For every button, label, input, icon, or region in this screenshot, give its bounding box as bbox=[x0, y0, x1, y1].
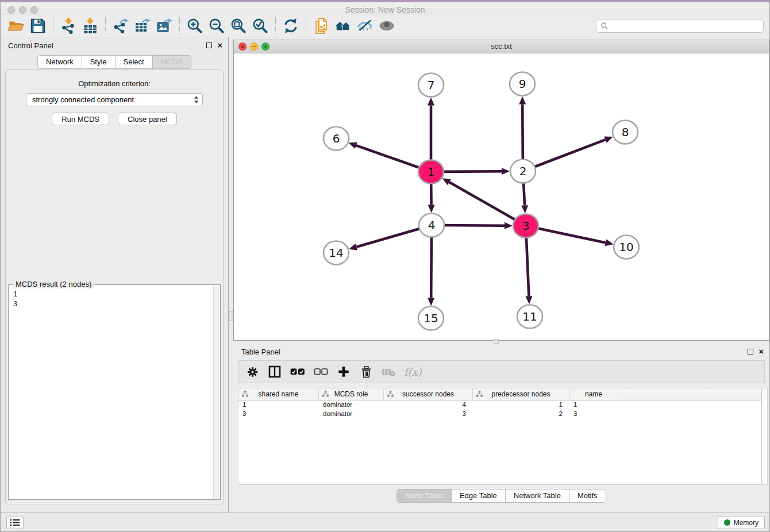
zoom-selected-button[interactable] bbox=[249, 16, 271, 36]
table-cell[interactable]: dominator bbox=[319, 401, 384, 408]
select-all-checkboxes-button[interactable] bbox=[290, 364, 305, 379]
graph-node-2[interactable]: 2 bbox=[510, 160, 536, 183]
run-mcds-button[interactable]: Run MCDS bbox=[52, 113, 109, 125]
table-tabs: Node TableEdge TableNetwork TableMotifs bbox=[233, 489, 769, 503]
open-session-button[interactable] bbox=[5, 16, 27, 36]
optimization-criterion-value: strongly connected component bbox=[32, 95, 134, 104]
graph-node-15[interactable]: 15 bbox=[418, 307, 444, 330]
column-header-MCDS-role[interactable]: MCDS role bbox=[319, 388, 384, 400]
tab-select[interactable]: Select bbox=[116, 55, 153, 69]
export-table-button[interactable] bbox=[132, 16, 153, 36]
open-session-icon bbox=[8, 18, 24, 34]
mcds-result-scrollbar[interactable] bbox=[213, 286, 220, 499]
network-window-titlebar[interactable]: × − + scc.txt bbox=[234, 40, 769, 53]
split-panel-icon bbox=[268, 365, 281, 378]
import-network-icon bbox=[60, 18, 76, 34]
graph-node-4[interactable]: 4 bbox=[419, 214, 444, 237]
zoom-in-button[interactable] bbox=[184, 16, 206, 36]
table-cell[interactable]: 1 bbox=[238, 401, 319, 408]
graph-node-8[interactable]: 8 bbox=[613, 121, 638, 144]
hide-details-button[interactable] bbox=[354, 16, 376, 36]
table-cell[interactable]: 2 bbox=[473, 410, 569, 417]
vertical-split-handle[interactable] bbox=[229, 311, 233, 321]
network-canvas[interactable]: 7968124314101511 bbox=[234, 53, 769, 340]
table-tab-network-table[interactable]: Network Table bbox=[506, 489, 569, 503]
zoom-selected-icon bbox=[252, 18, 268, 34]
horizontal-split-handle[interactable] bbox=[494, 339, 499, 344]
table-tab-motifs[interactable]: Motifs bbox=[569, 489, 606, 503]
save-session-button[interactable] bbox=[27, 16, 49, 36]
home-button[interactable] bbox=[332, 16, 354, 36]
table-cell[interactable]: 4 bbox=[384, 401, 473, 408]
node-table: shared nameMCDS rolesuccessor nodesprede… bbox=[238, 388, 761, 485]
table-cell[interactable]: 3 bbox=[238, 410, 319, 417]
svg-text:7: 7 bbox=[428, 78, 435, 92]
show-details-button[interactable] bbox=[376, 16, 398, 36]
graph-node-11[interactable]: 11 bbox=[517, 305, 542, 329]
import-table-button[interactable] bbox=[79, 16, 101, 36]
search-input[interactable] bbox=[611, 22, 759, 30]
graph-node-9[interactable]: 9 bbox=[510, 72, 535, 96]
graph-node-3[interactable]: 3 bbox=[513, 214, 538, 238]
toolbar-separator bbox=[275, 17, 276, 34]
table-options-gear-icon bbox=[247, 366, 259, 378]
memory-button[interactable]: Memory bbox=[718, 516, 765, 529]
export-network-button[interactable] bbox=[110, 16, 132, 36]
graph-node-1[interactable]: 1 bbox=[418, 160, 444, 184]
graph-node-14[interactable]: 14 bbox=[324, 241, 349, 265]
network-file-button[interactable] bbox=[310, 16, 332, 36]
deselect-all-checkboxes-button[interactable] bbox=[314, 364, 328, 379]
tab-network[interactable]: Network bbox=[37, 55, 82, 69]
control-panel: Control Panel × NetworkStyleSelectMCDS O… bbox=[1, 37, 229, 512]
column-header-predecessor-nodes[interactable]: predecessor nodes bbox=[473, 388, 569, 400]
tab-style[interactable]: Style bbox=[82, 55, 116, 69]
table-tab-node-table[interactable]: Node Table bbox=[396, 489, 452, 503]
table-cell[interactable]: 3 bbox=[384, 410, 473, 417]
search-icon bbox=[600, 22, 609, 30]
graph-node-6[interactable]: 6 bbox=[324, 127, 349, 151]
search-box[interactable] bbox=[596, 19, 764, 33]
zoom-fit-button[interactable] bbox=[228, 16, 249, 36]
delete-column-button[interactable] bbox=[359, 364, 373, 379]
zoom-out-button[interactable] bbox=[206, 16, 228, 36]
export-image-button[interactable] bbox=[153, 16, 175, 36]
control-panel-tabs: NetworkStyleSelectMCDS bbox=[1, 55, 228, 69]
close-panel-icon[interactable]: × bbox=[217, 43, 222, 48]
split-panel-button[interactable] bbox=[268, 364, 282, 379]
select-all-checkboxes-icon bbox=[290, 368, 305, 376]
memory-button-label: Memory bbox=[734, 519, 759, 527]
table-tab-edge-table[interactable]: Edge Table bbox=[452, 489, 506, 503]
task-history-button[interactable] bbox=[6, 516, 24, 529]
column-header-successor-nodes[interactable]: successor nodes bbox=[384, 388, 473, 400]
table-row[interactable]: 1dominator411 bbox=[238, 400, 761, 409]
table-cell[interactable]: 1 bbox=[569, 401, 618, 408]
export-table-icon bbox=[134, 18, 151, 34]
graph-edge-3-1[interactable] bbox=[449, 182, 526, 226]
table-cell[interactable]: 3 bbox=[569, 410, 618, 417]
float-panel-icon[interactable] bbox=[206, 43, 212, 48]
table-cell[interactable]: 1 bbox=[473, 401, 569, 408]
table-scrollbar[interactable] bbox=[761, 388, 768, 485]
add-column-button[interactable] bbox=[337, 364, 351, 379]
export-network-icon bbox=[113, 18, 129, 34]
save-session-icon bbox=[30, 18, 46, 34]
close-panel-button[interactable]: Close panel bbox=[118, 113, 177, 125]
optimization-criterion-select[interactable]: strongly connected component bbox=[26, 93, 203, 106]
table-cell[interactable]: dominator bbox=[319, 410, 384, 417]
float-table-panel-icon[interactable] bbox=[748, 349, 753, 354]
table-options-gear-button[interactable] bbox=[245, 364, 259, 379]
import-network-button[interactable] bbox=[57, 16, 79, 36]
column-header-shared-name[interactable]: shared name bbox=[238, 388, 319, 400]
close-table-panel-icon[interactable]: × bbox=[759, 349, 764, 354]
graph-node-10[interactable]: 10 bbox=[614, 236, 639, 259]
tab-mcds[interactable]: MCDS bbox=[153, 55, 191, 69]
svg-text:1: 1 bbox=[428, 165, 435, 179]
graph-node-7[interactable]: 7 bbox=[418, 74, 444, 97]
column-header-name[interactable]: name bbox=[569, 388, 618, 400]
import-table-icon bbox=[82, 18, 98, 34]
mcds-result-text[interactable]: 1 3 bbox=[9, 287, 213, 499]
refresh-network-button[interactable] bbox=[280, 16, 302, 36]
function-builder-button: f(x) bbox=[404, 364, 422, 379]
status-bar: Memory bbox=[1, 512, 769, 531]
table-row[interactable]: 3dominator323 bbox=[238, 409, 761, 418]
